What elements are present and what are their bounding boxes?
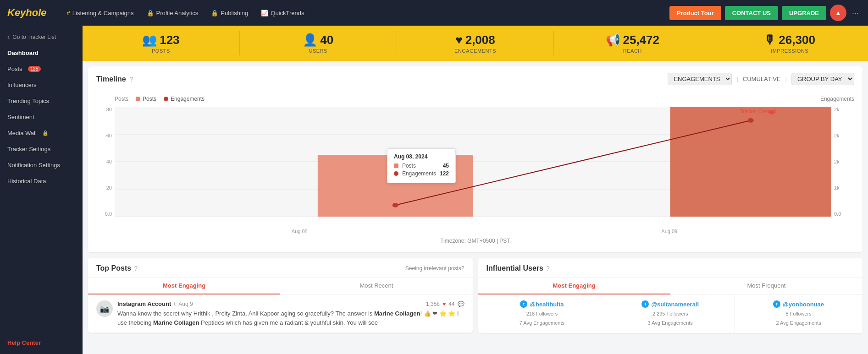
post-avatar: 📷 [96, 300, 113, 317]
chart-icon: 📈 [261, 10, 268, 16]
sidebar-item-sentiment[interactable]: Sentiment [0, 109, 83, 125]
stat-reach: 📢 25,472 REACH [554, 31, 711, 55]
user-col-2: t @sultanameerali 2,295 Followers 3 Avg … [606, 295, 735, 333]
timeline-header: Timeline ? ENGAGEMENTS | CUMULATIVE | GR… [88, 66, 862, 90]
nav-publishing[interactable]: 🔒 Publishing [205, 7, 254, 19]
avatar[interactable]: ▲ [830, 5, 846, 21]
content-area: 👥 123 POSTS 👤 40 USERS ♥ 2,008 ENGAGEMEN… [83, 26, 868, 354]
comment-icon: 💬 [458, 301, 464, 307]
nav-quicktrends[interactable]: 📈 QuickTrends [255, 7, 310, 19]
chart-legend: Posts Posts Engagements Engagements [96, 96, 854, 102]
post-info-icon: ℹ [174, 301, 176, 307]
user-stats-3: 8 Followers 2 Avg Engagements [742, 310, 855, 328]
sidebar-back-button[interactable]: Go to Tracker List [0, 29, 83, 45]
influential-users-panel: Influential Users ? Most Engaging Most F… [478, 258, 863, 333]
irrelevant-posts-link[interactable]: Seeing irrelevant posts? [405, 265, 464, 272]
user-col-3: t @yonboonuae 8 Followers 2 Avg Engageme… [735, 295, 862, 333]
user-handle-2: t @sultanameerali [614, 300, 727, 308]
tab-most-engaging-posts[interactable]: Most Engaging [88, 278, 280, 294]
timeline-section: Timeline ? ENGAGEMENTS | CUMULATIVE | GR… [88, 66, 862, 252]
user-stats-1: 218 Followers 7 Avg Engagements [486, 310, 599, 328]
sidebar-item-tracker-settings[interactable]: Tracker Settings [0, 141, 83, 157]
stat-engagements: ♥ 2,008 ENGAGEMENTS [397, 31, 554, 55]
top-nav: Keyhole # Listening & Campaigns 🔒 Profil… [0, 0, 868, 26]
product-tour-button[interactable]: Product Tour [669, 6, 721, 20]
impressions-label: IMPRESSIONS [715, 48, 864, 54]
sidebar-item-influencers[interactable]: Influencers [0, 77, 83, 93]
legend-engagements: Engagements [164, 96, 205, 102]
chart-timezone: Timezone: GMT+0500 | PST [96, 238, 854, 244]
nav-profile[interactable]: 🔒 Profile Analytics [141, 7, 204, 19]
posts-label: POSTS [86, 48, 236, 54]
users-label: USERS [243, 48, 393, 54]
contact-us-button[interactable]: CONTACT US [725, 6, 778, 20]
post-text: Wanna know the secret why Hrithik , Prei… [117, 309, 464, 327]
legend-posts: Posts [136, 96, 156, 102]
reach-icon: 📢 [606, 33, 620, 47]
tab-most-frequent-users[interactable]: Most Frequent [670, 278, 862, 294]
sidebar-item-posts[interactable]: Posts 125 [0, 61, 83, 77]
chart-y-axis-left: 80 60 40 20 0.0 [96, 107, 115, 226]
timeline-controls: ENGAGEMENTS | CUMULATIVE | GROUP BY DAY [668, 73, 854, 85]
sidebar-item-historical-data[interactable]: Historical Data [0, 173, 83, 189]
logo[interactable]: Keyhole [7, 7, 47, 19]
upgrade-button[interactable]: UPGRADE [782, 6, 826, 20]
more-options-icon[interactable]: ··· [850, 8, 861, 18]
post-item: 📷 Instagram Account ℹ Aug 9 1,358 ♥ [88, 295, 473, 333]
tracker-created-label: Tracker Created [740, 109, 776, 114]
group-by-dropdown[interactable]: GROUP BY DAY [791, 73, 854, 85]
influential-users-section: Influential Users ? Most Engaging Most F… [478, 258, 863, 333]
engagement-point-aug09 [748, 118, 754, 123]
heart-icon: ♥ [442, 301, 446, 307]
nav-links: # Listening & Campaigns 🔒 Profile Analyt… [61, 7, 666, 19]
top-posts-panel: Top Posts ? Seeing irrelevant posts? Mos… [88, 258, 473, 333]
help-center-link[interactable]: Help Center [7, 339, 41, 346]
sidebar: Go to Tracker List Dashboard Posts 125 I… [0, 26, 83, 354]
top-posts-title: Top Posts [96, 264, 131, 272]
posts-badge: 125 [28, 66, 41, 72]
engagements-dropdown[interactable]: ENGAGEMENTS [668, 73, 732, 85]
lock-icon-1: 🔒 [147, 10, 154, 16]
posts-label-left: Posts [115, 96, 128, 102]
tab-most-engaging-users[interactable]: Most Engaging [478, 278, 670, 294]
tab-most-recent-posts[interactable]: Most Recent [280, 278, 472, 294]
sidebar-help: Help Center [0, 331, 83, 354]
chart-wrapper: 80 60 40 20 0.0 [96, 107, 854, 226]
posts-tabs: Most Engaging Most Recent [88, 278, 473, 295]
engagement-point-aug08 [393, 203, 398, 207]
user-handle-1: t @healthulta [486, 300, 599, 308]
engagements-label: ENGAGEMENTS [401, 48, 550, 54]
user-columns: t @healthulta 218 Followers 7 Avg Engage… [478, 295, 863, 333]
sidebar-item-media-wall[interactable]: Media Wall 🔒 [0, 125, 83, 141]
stat-posts: 👥 123 POSTS [83, 31, 240, 55]
sidebar-item-trending-topics[interactable]: Trending Topics [0, 93, 83, 109]
timeline-info-icon[interactable]: ? [130, 76, 133, 83]
influential-users-title: Influential Users [487, 264, 543, 272]
chart-svg-area: Tracker Created Aug 08, 2024 Posts 45 [115, 107, 831, 226]
twitter-icon-3: t [773, 300, 780, 308]
influential-users-header: Influential Users ? [478, 258, 863, 278]
posts-icon: 👥 [142, 33, 157, 47]
chart-y-axis-right: 2k 2k 2k 1k 0.0 [831, 107, 854, 226]
chart-container: Posts Posts Engagements Engagements 80 [88, 90, 862, 252]
top-posts-info-icon[interactable]: ? [134, 265, 138, 272]
nav-listening[interactable]: # Listening & Campaigns [61, 7, 139, 19]
post-content: Instagram Account ℹ Aug 9 1,358 ♥ 44 💬 [117, 300, 464, 327]
media-wall-lock-icon: 🔒 [42, 130, 49, 136]
user-stats-2: 2,295 Followers 3 Avg Engagements [614, 310, 727, 328]
impressions-icon: 🎙 [764, 33, 776, 47]
users-icon: 👤 [303, 33, 317, 47]
sidebar-item-notification-settings[interactable]: Notification Settings [0, 157, 83, 173]
timeline-title: Timeline [96, 75, 126, 83]
post-stats: 1,358 ♥ 44 💬 [426, 301, 464, 307]
influential-users-info-icon[interactable]: ? [546, 265, 550, 272]
lock-icon-2: 🔒 [211, 10, 218, 16]
twitter-icon-1: t [520, 300, 527, 308]
bottom-panels: Top Posts ? Seeing irrelevant posts? Mos… [88, 258, 862, 333]
cumulative-toggle[interactable]: CUMULATIVE [743, 76, 781, 82]
main-layout: Go to Tracker List Dashboard Posts 125 I… [0, 26, 868, 354]
sidebar-item-dashboard[interactable]: Dashboard [0, 45, 83, 61]
stat-users: 👤 40 USERS [240, 31, 397, 55]
posts-legend-swatch [136, 97, 140, 101]
post-header: Instagram Account ℹ Aug 9 1,358 ♥ 44 💬 [117, 300, 464, 307]
